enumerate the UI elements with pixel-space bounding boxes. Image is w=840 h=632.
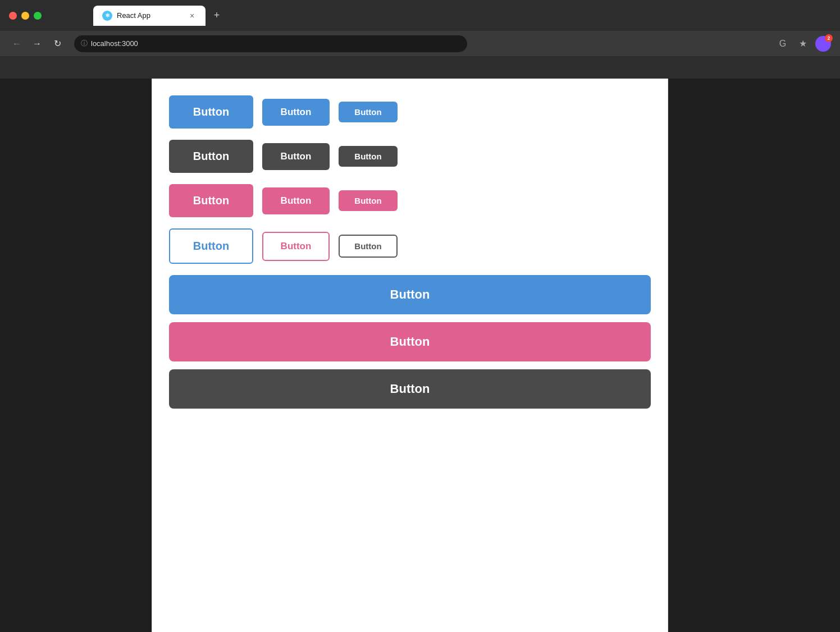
dark-large-button[interactable]: Button xyxy=(169,140,253,173)
outline-pink-medium-button[interactable]: Button xyxy=(262,232,330,261)
tab-favicon: ⚛ xyxy=(102,11,112,21)
close-button[interactable] xyxy=(9,12,17,20)
pink-small-button[interactable]: Button xyxy=(339,190,398,211)
primary-small-button[interactable]: Button xyxy=(339,102,398,122)
traffic-lights xyxy=(9,12,42,20)
maximize-button[interactable] xyxy=(34,12,42,20)
title-bar: ⚛ React App × + xyxy=(0,0,840,31)
tab-close-button[interactable]: × xyxy=(188,11,197,20)
primary-filled-row: Button Button Button xyxy=(169,95,651,129)
primary-large-button[interactable]: Button xyxy=(169,95,253,129)
nav-actions: G ★ 2 xyxy=(775,36,831,52)
new-tab-button[interactable]: + xyxy=(208,7,226,25)
bookmark-icon[interactable]: ★ xyxy=(795,36,811,52)
security-icon: ⓘ xyxy=(81,39,88,48)
url-display: localhost:3000 xyxy=(91,39,138,48)
pink-large-button[interactable]: Button xyxy=(169,184,253,217)
tab-bar: ⚛ React App × + xyxy=(48,6,831,26)
primary-medium-button[interactable]: Button xyxy=(262,99,330,126)
full-pink-button[interactable]: Button xyxy=(169,322,651,361)
full-dark-button[interactable]: Button xyxy=(169,369,651,409)
reload-button[interactable]: ↻ xyxy=(49,36,65,52)
full-width-row: Button Button Button xyxy=(169,275,651,409)
forward-button[interactable]: → xyxy=(29,36,45,52)
profile-icon[interactable]: 2 xyxy=(815,36,831,52)
tab-title: React App xyxy=(117,11,183,20)
page-content: Button Button Button Button Button Butto… xyxy=(152,79,668,632)
back-button[interactable]: ← xyxy=(9,36,25,52)
button-grid: Button Button Button Button Button Butto… xyxy=(169,95,651,409)
dark-small-button[interactable]: Button xyxy=(339,146,398,167)
dark-medium-button[interactable]: Button xyxy=(262,143,330,170)
address-bar[interactable]: ⓘ localhost:3000 xyxy=(74,35,467,52)
outline-primary-large-button[interactable]: Button xyxy=(169,228,253,264)
outline-row: Button Button Button xyxy=(169,228,651,264)
translate-icon[interactable]: G xyxy=(775,36,791,52)
full-primary-button[interactable]: Button xyxy=(169,275,651,314)
browser-chrome: ⚛ React App × + ← → ↻ ⓘ localhost:3000 G… xyxy=(0,0,840,79)
notification-badge: 2 xyxy=(825,34,833,42)
outline-dark-small-button[interactable]: Button xyxy=(339,235,398,258)
pink-filled-row: Button Button Button xyxy=(169,184,651,217)
minimize-button[interactable] xyxy=(21,12,29,20)
pink-medium-button[interactable]: Button xyxy=(262,187,330,214)
dark-filled-row: Button Button Button xyxy=(169,140,651,173)
active-tab[interactable]: ⚛ React App × xyxy=(93,6,206,26)
nav-bar: ← → ↻ ⓘ localhost:3000 G ★ 2 xyxy=(0,31,840,56)
